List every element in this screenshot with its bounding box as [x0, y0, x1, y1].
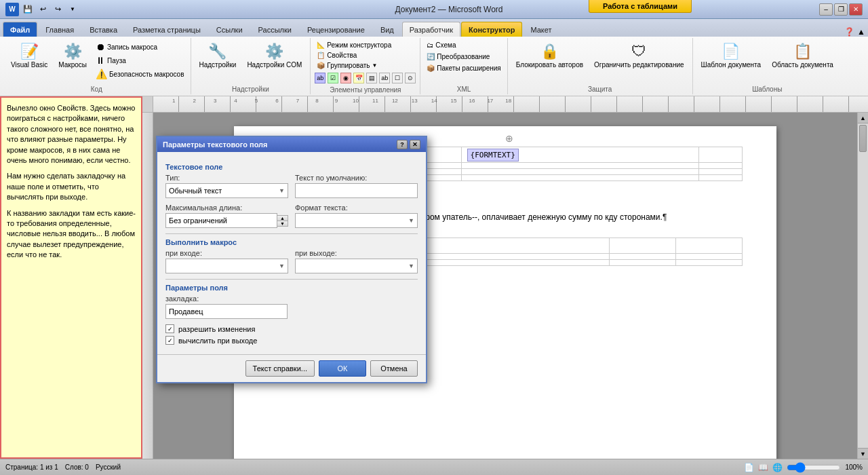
restrict-edit-btn[interactable]: 🛡 Ограничить редактирование	[590, 41, 688, 71]
block-authors-btn[interactable]: 🔒 Блокировать авторов	[512, 41, 587, 71]
properties-btn[interactable]: 📋 Свойства	[315, 51, 359, 60]
ctrl-icon-2[interactable]: ☑	[328, 73, 338, 83]
ribbon-group-addins: 🔧 Надстройки ⚙️ Надстройки COM Надстройк…	[191, 38, 311, 94]
maxlen-input[interactable]	[165, 213, 277, 228]
visual-basic-btn[interactable]: 📝 Visual Basic	[7, 41, 52, 71]
cell-r4c3	[699, 175, 743, 181]
template-label: Шаблон документа	[701, 61, 762, 69]
protect-group-label: Защита	[588, 84, 612, 93]
redo-quick-btn[interactable]: ↪	[52, 3, 64, 16]
web-view-btn[interactable]: 🌐	[772, 463, 783, 472]
customize-quick-btn[interactable]: ▼	[66, 3, 79, 16]
scroll-thumb[interactable]	[859, 125, 867, 152]
ribbon-tabs: Файл Главная Вставка Разметка страницы С…	[0, 19, 868, 37]
cancel-btn[interactable]: Отмена	[370, 360, 418, 377]
ctrl-icon-7[interactable]: ☐	[392, 73, 403, 83]
design-mode-btn[interactable]: 📐 Режим конструктора	[315, 41, 393, 50]
transform-btn[interactable]: 🔄 Преобразование	[425, 52, 492, 61]
tab-home[interactable]: Главная	[38, 22, 81, 37]
macros-btn[interactable]: ⚙️ Макросы	[54, 41, 91, 71]
scroll-up-btn[interactable]: ▲	[858, 113, 868, 124]
dialog-help-icon[interactable]: ?	[397, 140, 408, 149]
scroll-down-btn[interactable]: ▼	[858, 448, 868, 459]
com-addins-btn[interactable]: ⚙️ Надстройки COM	[243, 41, 306, 71]
pause-btn[interactable]: ⏸ Пауза	[94, 54, 186, 66]
form-text-field[interactable]: {FORMTEXT}	[467, 149, 519, 162]
ctrl-icon-1[interactable]: ab	[315, 73, 326, 83]
format-arrow: ▼	[408, 217, 414, 224]
dialog-close-icon[interactable]: ✕	[410, 140, 420, 149]
type-default-row: Тип: Обычный текст ▼ Текст по умолчанию:	[165, 174, 418, 198]
schema-btn[interactable]: 🗂 Схема	[425, 41, 458, 50]
restore-btn[interactable]: ❐	[834, 3, 848, 16]
cell-r4c2	[461, 175, 699, 181]
tab-mailings[interactable]: Рассылки	[251, 22, 299, 37]
tab-layout[interactable]: Макет	[523, 22, 559, 37]
close-btn[interactable]: ✕	[849, 3, 863, 16]
tab-insert[interactable]: Вставка	[82, 22, 125, 37]
maxlen-down[interactable]: ▼	[277, 221, 288, 226]
ctrl-icon-5[interactable]: ▤	[366, 73, 377, 83]
cell-r3c3	[699, 169, 743, 175]
tab-view[interactable]: Вид	[373, 22, 401, 37]
tab-references[interactable]: Ссылки	[209, 22, 250, 37]
bookmark-label: закладка:	[165, 294, 418, 303]
doc-area-btn[interactable]: 📋 Область документа	[768, 41, 837, 71]
allow-changes-checkbox[interactable]: ✓	[165, 324, 174, 333]
format-select[interactable]: ▼	[295, 213, 418, 228]
help-icon[interactable]: ❓	[844, 27, 854, 37]
exit-arrow: ▼	[408, 263, 414, 269]
read-view-btn[interactable]: 📖	[758, 463, 768, 472]
ctrl-icon-4[interactable]: 📅	[353, 73, 364, 83]
entry-label: при входе:	[165, 249, 288, 257]
vertical-scrollbar[interactable]: ▲ ▼	[857, 113, 868, 459]
sep2	[165, 279, 418, 280]
help-text-btn[interactable]: Текст справки...	[245, 360, 315, 377]
tab-constructor[interactable]: Конструктор	[461, 22, 522, 37]
page-status: Страница: 1 из 1	[5, 463, 58, 471]
type-col: Тип: Обычный текст ▼	[165, 174, 288, 198]
packages-btn[interactable]: 📦 Пакеты расширения	[425, 64, 502, 73]
table-tools-banner: Работа с таблицами	[589, 0, 692, 13]
default-input[interactable]	[295, 183, 418, 198]
doc-template-btn[interactable]: 📄 Шаблон документа	[697, 41, 766, 71]
zoom-level: 100%	[845, 463, 863, 471]
dialog-footer: Текст справки... ОК Отмена	[157, 354, 426, 382]
ribbon-collapse-icon[interactable]: ▲	[857, 27, 865, 37]
maxlen-format-row: Максимальная длина: ▲ ▼ Формат текста:	[165, 204, 418, 228]
controls-content: 📐 Режим конструктора 📋 Свойства 📦 Группи…	[315, 39, 416, 85]
ribbon-group-xml: 🗂 Схема 🔄 Преобразование 📦 Пакеты расшир…	[420, 38, 507, 94]
bookmark-input[interactable]	[165, 304, 288, 319]
tab-developer[interactable]: Разработчик	[402, 22, 460, 37]
zoom-slider[interactable]	[787, 463, 841, 472]
tab-pagelayout[interactable]: Разметка страницы	[125, 22, 208, 37]
save-quick-btn[interactable]: 💾	[22, 3, 34, 16]
formtext-cell[interactable]: {FORMTEXT}	[461, 147, 699, 163]
tab-file[interactable]: Файл	[3, 22, 37, 37]
group-btn[interactable]: 📦 Группировать ▼	[315, 61, 379, 70]
ctrl-icon-8[interactable]: ⊙	[405, 73, 416, 83]
addins-btn[interactable]: 🔧 Надстройки	[195, 41, 241, 71]
type-select[interactable]: Обычный текст ▼	[165, 183, 288, 198]
record-macro-btn[interactable]: ⏺ Запись макроса	[94, 41, 186, 53]
control-icons-row: ab ☑ ◉ 📅 ▤ ab ☐ ⊙	[315, 73, 416, 83]
ctrl-icon-3[interactable]: ◉	[340, 73, 351, 83]
exit-select[interactable]: ▼	[295, 259, 418, 273]
record-icon: ⏺	[96, 41, 105, 52]
buyer-c3	[675, 238, 742, 254]
restrict-label: Ограничить редактирование	[594, 61, 684, 69]
undo-quick-btn[interactable]: ↩	[37, 3, 49, 16]
macro-security-btn[interactable]: ⚠️ Безопасность макросов	[94, 68, 186, 80]
ctrl-icon-6[interactable]: ab	[379, 73, 390, 83]
calc-exit-checkbox[interactable]: ✓	[165, 336, 174, 345]
layout-view-btn[interactable]: 📄	[744, 463, 754, 472]
text-field-dialog: Параметры текстового поля ? ✕ Текстовое …	[156, 136, 427, 383]
minimize-btn[interactable]: –	[819, 3, 833, 16]
vb-label: Visual Basic	[11, 61, 47, 69]
ok-btn[interactable]: ОК	[319, 360, 366, 377]
ok-label: ОК	[338, 364, 348, 373]
xml-content: 🗂 Схема 🔄 Преобразование 📦 Пакеты расшир…	[425, 39, 502, 84]
maxlen-up[interactable]: ▲	[277, 216, 288, 221]
entry-select[interactable]: ▼	[165, 259, 288, 273]
tab-review[interactable]: Рецензирование	[300, 22, 372, 37]
